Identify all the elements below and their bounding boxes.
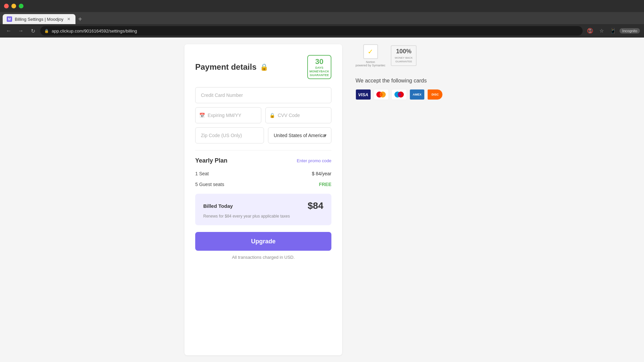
moneyback-badge: 30 DAYS MONEYBACK GUARANTEE (307, 55, 331, 79)
billed-note: Renews for $84 every year plus applicabl… (203, 214, 323, 219)
reload-button[interactable]: ↻ (28, 26, 38, 36)
incognito-badge[interactable]: Incognito (620, 28, 640, 34)
forward-button[interactable]: → (16, 26, 25, 36)
expiry-input[interactable] (195, 107, 261, 123)
window-controls (4, 4, 23, 8)
tab-title: Billing Settings | Moodjoy (15, 17, 63, 22)
country-select[interactable]: United States of America Canada United K… (268, 127, 331, 143)
mastercard-icon (374, 89, 389, 100)
maestro-card-icon (391, 89, 407, 100)
device-icon[interactable]: 📱 (608, 26, 618, 36)
zip-input[interactable] (195, 127, 264, 143)
usd-note: All transactions charged in USD. (195, 255, 331, 260)
tab-favicon-icon: M (7, 16, 12, 22)
billed-amount: $84 (308, 200, 323, 211)
payment-panel: Payment details 🔒 30 DAYS MONEYBACK GUAR… (184, 44, 342, 355)
yearly-plan-section: Yearly Plan Enter promo code 1 Seat $ 84… (195, 157, 331, 260)
minimize-window-button[interactable] (11, 4, 16, 8)
payment-title: Payment details 🔒 (195, 62, 268, 72)
close-window-button[interactable] (4, 4, 9, 8)
discover-card-icon: DISC (427, 89, 443, 100)
title-bar (0, 0, 644, 12)
right-panel: ✓ Nortonpowered by Symantec 100% MONEY B… (356, 44, 443, 355)
maximize-window-button[interactable] (19, 4, 23, 8)
payment-title-text: Payment details (195, 62, 257, 72)
guest-label: 5 Guest seats (195, 182, 224, 187)
active-tab[interactable]: M Billing Settings | Moodjoy ✕ (3, 14, 75, 24)
zip-country-row: United States of America Canada United K… (195, 127, 331, 143)
address-bar[interactable]: 🔒 app.clickup.com/9016164592/settings/bi… (40, 26, 583, 36)
url-text: app.clickup.com/9016164592/settings/bill… (52, 28, 137, 34)
tab-bar: M Billing Settings | Moodjoy ✕ + (0, 12, 644, 24)
bookmark-icon[interactable]: ☆ (597, 26, 606, 36)
country-select-wrapper: United States of America Canada United K… (268, 127, 331, 143)
amex-card-icon: AMEX (410, 89, 425, 100)
expiry-field-wrapper: 📅 (195, 107, 261, 123)
promo-code-link[interactable]: Enter promo code (297, 158, 331, 163)
seat-row: 1 Seat $ 84/year (195, 171, 331, 176)
cvv-input[interactable] (265, 107, 331, 123)
cvv-field-wrapper: 🔒 (265, 107, 331, 123)
card-icons: VISA AMEX DISC (356, 89, 443, 100)
seat-label: 1 Seat (195, 171, 209, 176)
toolbar-right: 📵 ☆ 📱 Incognito (585, 26, 640, 36)
browser-chrome: M Billing Settings | Moodjoy ✕ + ← → ↻ 🔒… (0, 0, 644, 38)
expiry-cvv-row: 📅 🔒 (195, 107, 331, 123)
guest-price-free: FREE (319, 182, 331, 187)
cvv-lock-icon: 🔒 (269, 113, 275, 118)
calendar-icon: 📅 (199, 113, 205, 118)
back-button[interactable]: ← (4, 26, 13, 36)
plan-header: Yearly Plan Enter promo code (195, 157, 331, 164)
lock-icon: 🔒 (260, 63, 268, 71)
new-tab-button[interactable]: + (75, 14, 85, 24)
billed-row: Billed Today $84 (203, 200, 323, 211)
billed-label: Billed Today (203, 203, 233, 209)
upgrade-button[interactable]: Upgrade (195, 232, 331, 251)
page-content: Payment details 🔒 30 DAYS MONEYBACK GUAR… (0, 38, 644, 362)
separator (195, 150, 331, 150)
accepts-cards-title: We accept the following cards (356, 78, 443, 84)
norton-badge: ✓ Nortonpowered by Symantec (356, 44, 385, 67)
lock-icon: 🔒 (44, 29, 49, 33)
tab-close-button[interactable]: ✕ (66, 16, 71, 22)
payment-header: Payment details 🔒 30 DAYS MONEYBACK GUAR… (195, 55, 331, 79)
guest-row: 5 Guest seats FREE (195, 182, 331, 187)
address-bar-row: ← → ↻ 🔒 app.clickup.com/9016164592/setti… (0, 24, 644, 38)
visa-card-icon: VISA (356, 89, 371, 100)
camera-off-icon[interactable]: 📵 (585, 26, 595, 36)
plan-title: Yearly Plan (195, 157, 227, 164)
norton-label: Nortonpowered by Symantec (356, 60, 385, 67)
norton-checkmark-icon: ✓ (363, 44, 378, 59)
credit-card-field-group (195, 87, 331, 103)
main-container: Payment details 🔒 30 DAYS MONEYBACK GUAR… (184, 44, 460, 355)
credit-card-input[interactable] (195, 87, 331, 103)
seat-price: $ 84/year (312, 171, 331, 176)
security-badges: ✓ Nortonpowered by Symantec 100% MONEY B… (356, 44, 443, 67)
billed-today-box: Billed Today $84 Renews for $84 every ye… (195, 194, 331, 225)
moneyback-small-badge: 100% MONEY BACKGUARANTEE (391, 45, 417, 66)
